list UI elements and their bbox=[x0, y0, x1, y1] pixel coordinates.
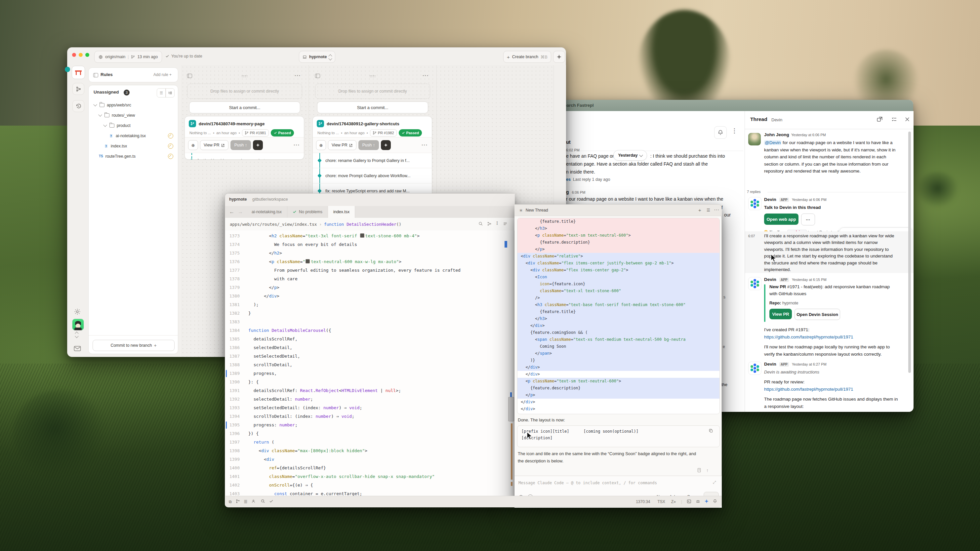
tree-view-toggle[interactable] bbox=[165, 88, 175, 97]
rail-workspace-button[interactable] bbox=[72, 66, 85, 79]
settings-gear-icon[interactable] bbox=[74, 308, 81, 317]
view-pr-button[interactable]: View PR bbox=[328, 140, 356, 150]
lane-dropzone[interactable]: Drop files to assign or commit directly bbox=[315, 84, 430, 99]
user-avatar[interactable] bbox=[72, 319, 84, 330]
code-line[interactable]: 1380 </div> bbox=[225, 292, 514, 300]
code-line[interactable]: 1399 <div bbox=[225, 455, 514, 464]
cursor-position[interactable]: 1370:34 bbox=[636, 499, 650, 504]
lane-drag-handle[interactable] bbox=[369, 75, 375, 77]
author-name[interactable]: Devin bbox=[764, 362, 776, 367]
code-line[interactable]: 1377 From powerful editing to seamless o… bbox=[225, 266, 514, 275]
code-line[interactable]: 1400 ref={detailsScrollRef} bbox=[225, 464, 514, 472]
account-switcher-chevrons[interactable] bbox=[75, 331, 78, 337]
assign-button[interactable]: ⊕ bbox=[188, 140, 198, 150]
code-line[interactable]: 1385 detailsScrollRef, bbox=[225, 335, 514, 343]
lane-panel-icon[interactable] bbox=[187, 74, 192, 78]
scroll-up-icon[interactable]: ↑ bbox=[706, 468, 708, 473]
pr-pill[interactable]: PR #1981 bbox=[242, 129, 269, 137]
nav-back-icon[interactable]: ← bbox=[225, 206, 237, 218]
code-line[interactable]: 1403 const container = e.currentTarget; bbox=[225, 489, 514, 496]
branch-name[interactable]: devin/1764380749-memory-page bbox=[199, 121, 264, 126]
code-line[interactable]: 1389 progress, bbox=[225, 369, 514, 378]
tree-file-routeTree.gen.ts[interactable]: TSrouteTree.gen.ts bbox=[89, 151, 178, 161]
project-switcher[interactable]: hyprnote bbox=[299, 51, 335, 63]
code-line[interactable]: 1393 setSelectedDetail: (index: number) … bbox=[225, 403, 514, 412]
assign-button[interactable]: ⊕ bbox=[316, 140, 326, 150]
open-web-app-button[interactable]: Open web app bbox=[764, 214, 799, 225]
list-view-toggle[interactable]: ☰ bbox=[157, 88, 166, 97]
assistant-sparkle-icon[interactable] bbox=[700, 499, 708, 504]
code-line[interactable]: 1374 We focus on every bit of details bbox=[225, 240, 514, 249]
rail-branches-button[interactable] bbox=[72, 83, 84, 95]
author-name[interactable]: Devin bbox=[764, 277, 776, 282]
commit-row[interactable]: feat(web): add memory layer product page bbox=[185, 153, 304, 160]
notification-bell-icon[interactable] bbox=[708, 499, 722, 504]
code-line[interactable]: 1386 selectedDetail, bbox=[225, 343, 514, 352]
create-branch-button[interactable]: + Create branch ⌘B bbox=[503, 51, 551, 63]
zed-titlebar[interactable]: hyprnote gitbutler/workspace bbox=[225, 194, 515, 206]
view-pr-button[interactable]: View PR bbox=[200, 140, 229, 150]
tab-ai-notetaking[interactable]: ai-notetaking.tsx bbox=[246, 206, 287, 218]
message-time[interactable]: Yesterday at 6:06 PM bbox=[791, 133, 826, 137]
code-line[interactable]: 1373 <h2 className="text-3xl font-serif … bbox=[225, 232, 514, 240]
buffer-search-icon[interactable] bbox=[479, 221, 483, 227]
rail-history-button[interactable] bbox=[72, 100, 84, 112]
collab-panel-icon[interactable] bbox=[247, 499, 256, 504]
git-panel-icon[interactable] bbox=[232, 499, 240, 504]
copy-icon[interactable] bbox=[708, 429, 713, 434]
code-line[interactable]: 1402 onScroll={(e) ⇒ { bbox=[225, 481, 514, 489]
code-line[interactable]: 1379 </p> bbox=[225, 283, 514, 292]
thread-scrollbar[interactable] bbox=[908, 132, 911, 373]
pr-link[interactable]: https://github.com/fastrepl/hyprnote/pul… bbox=[764, 335, 853, 340]
message-time[interactable]: Yesterday at 6:06 PM bbox=[792, 198, 827, 202]
ai-button[interactable] bbox=[381, 140, 391, 150]
start-commit-button[interactable]: Start a commit... bbox=[189, 102, 300, 113]
replies-count[interactable]: 7 replies bbox=[747, 190, 761, 194]
code-line[interactable]: 1381 ); bbox=[225, 300, 514, 309]
editor-scrollbar-thumb[interactable] bbox=[508, 397, 514, 421]
commit-row[interactable]: chore: move Prompt Gallery above Workflo… bbox=[313, 168, 432, 183]
code-line[interactable]: 1375 </h2> bbox=[225, 249, 514, 257]
more-actions-button[interactable]: ··· bbox=[801, 214, 815, 225]
feedback-mail-icon[interactable] bbox=[74, 346, 81, 353]
lane-menu-icon[interactable]: ··· bbox=[423, 73, 429, 79]
ai-button[interactable] bbox=[253, 140, 263, 150]
debug-icon[interactable] bbox=[691, 499, 700, 505]
terminal-icon[interactable] bbox=[682, 499, 691, 505]
code-line[interactable]: 1392 selectedDetail: number; bbox=[225, 395, 514, 403]
lane-panel-icon[interactable] bbox=[315, 74, 320, 78]
expand-chevron-icon[interactable] bbox=[98, 113, 102, 116]
view-pr-button[interactable]: View PR bbox=[769, 309, 792, 319]
mention-chip[interactable]: @Devin bbox=[764, 140, 781, 145]
zoom-button[interactable] bbox=[85, 53, 89, 57]
ci-status-badge[interactable]: Passed bbox=[271, 129, 294, 137]
code-line[interactable]: 1384function DetailsMobileCarousel({ bbox=[225, 326, 514, 335]
ai-actions-button[interactable] bbox=[553, 51, 565, 63]
code-line[interactable]: 1396}) { bbox=[225, 429, 514, 438]
diagnostics-icon[interactable] bbox=[265, 499, 274, 504]
popout-icon[interactable] bbox=[877, 116, 883, 124]
close-button[interactable] bbox=[72, 53, 76, 57]
code-line[interactable]: 1383 bbox=[225, 318, 514, 326]
add-rule-button[interactable]: Add rule + bbox=[153, 72, 172, 77]
date-pill[interactable]: Yesterday bbox=[613, 150, 647, 160]
code-line[interactable]: 1387 setSelectedDetail, bbox=[225, 352, 514, 360]
copilot-indicator[interactable]: Z» bbox=[665, 499, 676, 504]
pr-pill[interactable]: PR #1982 bbox=[370, 129, 397, 137]
author-name[interactable]: Devin bbox=[764, 197, 776, 202]
code-line[interactable]: 1398 <div className="max-[800px]:block h… bbox=[225, 446, 514, 455]
tree-folder-routes/_view[interactable]: routes/_view bbox=[89, 110, 178, 120]
card-menu-icon[interactable]: ··· bbox=[422, 142, 428, 148]
tree-folder-product[interactable]: product bbox=[89, 120, 178, 130]
push-button[interactable]: Push ↑ bbox=[358, 140, 379, 150]
minimize-button[interactable] bbox=[79, 53, 83, 57]
project-panel-icon[interactable]: ⧉ bbox=[225, 499, 232, 504]
agent-message-input[interactable]: Message Claude Code — @ to include conte… bbox=[519, 481, 657, 485]
tab-no-problems[interactable]: No problems bbox=[287, 206, 328, 218]
expand-chevron-icon[interactable] bbox=[93, 102, 97, 106]
outline-panel-icon[interactable]: ☰ bbox=[240, 499, 248, 504]
markdown-copy-icon[interactable] bbox=[697, 468, 702, 474]
code-line[interactable]: 1391 detailsScrollRef: React.RefObject<H… bbox=[225, 386, 514, 395]
more-options-icon[interactable]: ··· bbox=[731, 128, 737, 135]
code-line[interactable]: 1401 className="overflow-x-auto scrollba… bbox=[225, 472, 514, 481]
